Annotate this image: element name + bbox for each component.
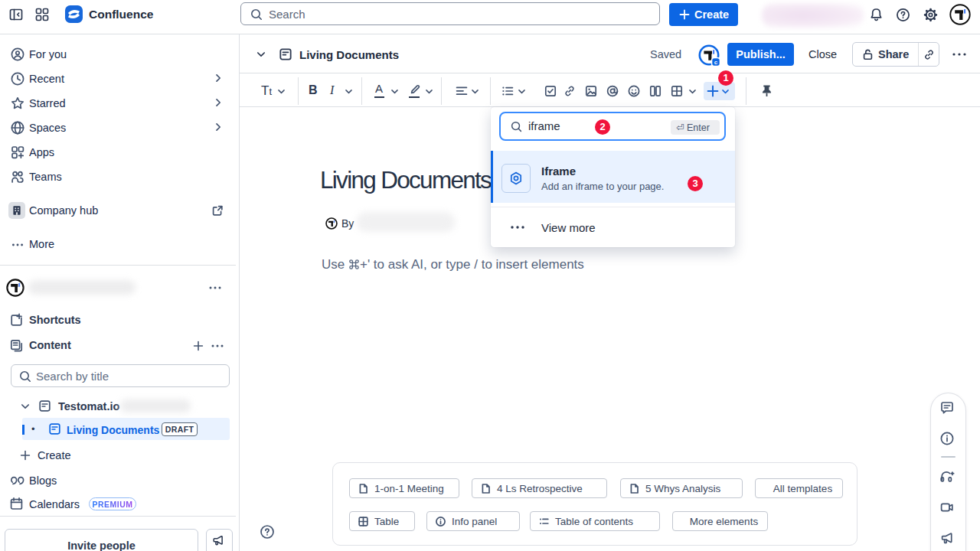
svg-text:c: c: [714, 59, 718, 66]
